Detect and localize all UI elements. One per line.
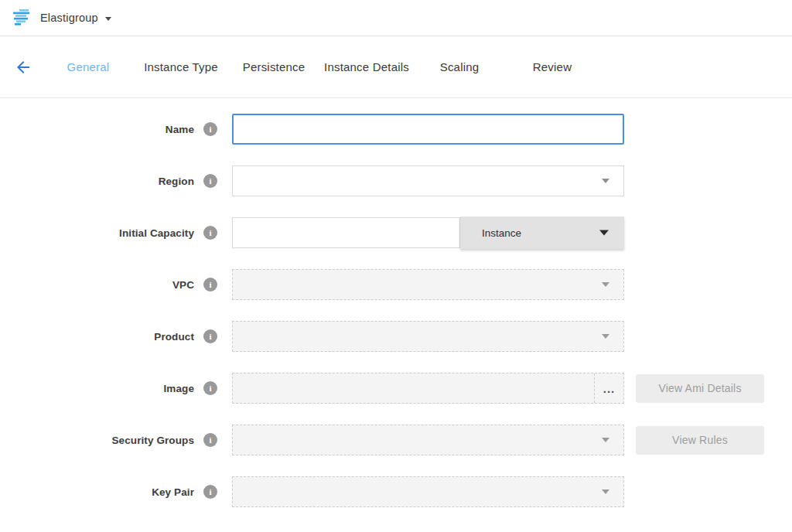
form-row-key-pair: Key Pair — [0, 476, 792, 507]
tab-instance-type[interactable]: Instance Type — [135, 60, 227, 73]
view-rules-button: View Rules — [636, 426, 764, 455]
initial-capacity-input[interactable] — [232, 217, 460, 248]
tab-persistence[interactable]: Persistence — [227, 60, 320, 73]
caret-down-icon — [105, 17, 111, 21]
key-pair-select — [232, 476, 624, 507]
security-groups-select — [232, 425, 624, 455]
info-icon[interactable] — [203, 381, 217, 395]
vpc-label: VPC — [0, 279, 194, 291]
key-pair-label: Key Pair — [0, 486, 194, 498]
info-icon[interactable] — [203, 174, 217, 188]
vpc-select — [232, 269, 624, 300]
form-row-initial-capacity: Initial Capacity Instance — [0, 217, 792, 248]
top-bar: Elastigroup — [0, 0, 792, 36]
form-row-region: Region — [0, 165, 792, 196]
region-select[interactable] — [232, 165, 624, 196]
info-icon[interactable] — [203, 122, 217, 136]
tab-review[interactable]: Review — [506, 60, 599, 73]
tabs: General Instance Type Persistence Instan… — [42, 60, 599, 73]
product-name: Elastigroup — [40, 12, 98, 24]
name-label: Name — [0, 124, 194, 135]
info-icon[interactable] — [203, 278, 217, 292]
tab-general[interactable]: General — [42, 60, 135, 73]
tab-scaling[interactable]: Scaling — [413, 60, 506, 73]
elastigroup-logo-icon — [12, 9, 32, 27]
chevron-down-icon — [599, 230, 609, 236]
general-form: Name Region Initial Capacity Instance VP… — [0, 98, 792, 507]
chevron-down-icon — [602, 334, 609, 339]
chevron-down-icon — [602, 438, 609, 442]
product-label: Product — [0, 331, 194, 343]
chevron-down-icon — [602, 489, 609, 494]
product-select — [232, 321, 624, 352]
chevron-down-icon — [602, 282, 609, 287]
capacity-unit-value: Instance — [482, 227, 521, 239]
form-row-vpc: VPC — [0, 269, 792, 300]
browse-ami-button: ... — [594, 373, 623, 403]
image-input-value — [233, 373, 594, 403]
view-ami-details-button: View Ami Details — [636, 374, 764, 403]
tab-instance-details[interactable]: Instance Details — [320, 60, 413, 73]
chevron-down-icon — [602, 179, 609, 183]
wizard-tab-bar: General Instance Type Persistence Instan… — [0, 36, 792, 98]
form-row-image: Image ... View Ami Details — [0, 373, 792, 404]
region-label: Region — [0, 176, 194, 187]
name-input[interactable] — [232, 114, 624, 145]
info-icon[interactable] — [203, 433, 217, 447]
security-groups-label: Security Groups — [0, 435, 194, 446]
form-row-security-groups: Security Groups View Rules — [0, 425, 792, 455]
image-label: Image — [0, 383, 194, 394]
initial-capacity-label: Initial Capacity — [0, 227, 194, 239]
initial-capacity-field: Instance — [232, 217, 624, 248]
capacity-unit-select[interactable]: Instance — [460, 217, 624, 249]
info-icon[interactable] — [203, 485, 217, 499]
image-input: ... — [232, 373, 624, 404]
back-arrow-icon — [14, 58, 32, 77]
product-switcher[interactable]: Elastigroup — [40, 12, 111, 24]
form-row-name: Name — [0, 114, 792, 145]
info-icon[interactable] — [203, 226, 217, 240]
form-row-product: Product — [0, 321, 792, 352]
ellipsis-icon: ... — [603, 382, 616, 395]
back-button[interactable] — [14, 58, 32, 77]
info-icon[interactable] — [203, 329, 217, 343]
